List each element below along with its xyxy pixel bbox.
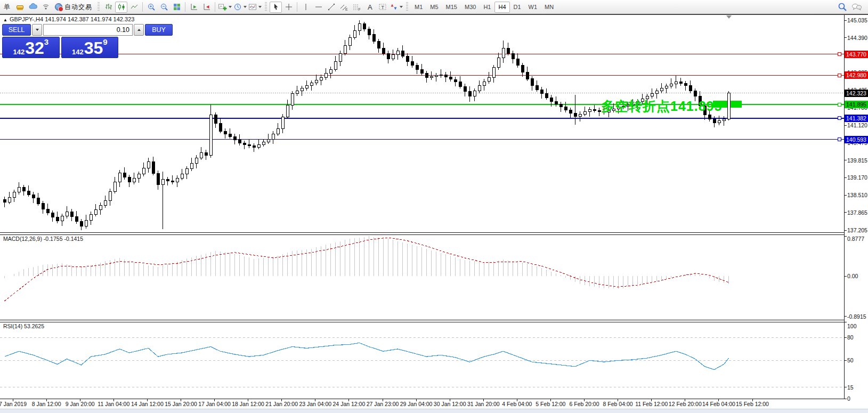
toolbar-separator	[142, 2, 143, 12]
main-toolbar: 单 自动交易	[0, 0, 868, 14]
template-icon	[248, 3, 257, 11]
buy-price-display[interactable]: 142359	[61, 37, 119, 58]
time-axis-label: 6 Feb 20:00	[569, 401, 599, 407]
svg-text:F: F	[359, 7, 361, 11]
auto-scroll-icon	[202, 3, 211, 11]
chart-shift-button[interactable]	[188, 2, 200, 13]
gold-bars-icon	[17, 5, 23, 9]
dropdown-caret-icon	[258, 6, 262, 8]
price-tag-140.593[interactable]: 140.593	[845, 136, 868, 143]
price-tag-141.895[interactable]: 141.895	[845, 101, 868, 108]
volume-increase-button[interactable]	[134, 24, 144, 36]
rsi-indicator-label: RSI(14) 53.2625	[3, 323, 44, 329]
time-axis-label: 31 Jan 20:00	[467, 401, 500, 407]
chart-header-text: GBPJPY-,H4 141.974 142.387 141.974 142.3…	[10, 16, 134, 22]
macd-indicator-label: MACD(12,26,9) -0.1755 -0.1415	[3, 236, 83, 242]
crosshair-tool-button[interactable]	[282, 2, 295, 13]
new-order-label: 单	[4, 3, 11, 12]
tile-windows-button[interactable]	[171, 2, 183, 13]
candlestick-mode-button[interactable]	[115, 2, 127, 13]
sell-button[interactable]: SELL	[2, 24, 31, 36]
text-label-icon: T	[378, 3, 387, 11]
time-axis-label: 21 Jan 20:00	[265, 401, 298, 407]
publisher-button[interactable]	[27, 2, 39, 13]
buy-button[interactable]: BUY	[145, 24, 173, 36]
text-icon: A	[366, 3, 374, 11]
add-indicator-button[interactable]	[217, 2, 232, 13]
auto-trading-button[interactable]: 自动交易	[52, 2, 95, 13]
volume-input[interactable]	[43, 24, 133, 36]
volume-dropdown-button[interactable]	[32, 24, 42, 36]
signal-button[interactable]	[39, 2, 52, 13]
timeframe-m30-button[interactable]: M30	[461, 2, 480, 13]
time-axis-label: 11 Feb 12:00	[635, 401, 668, 407]
svg-text:E: E	[345, 7, 348, 11]
tile-windows-icon	[173, 3, 181, 11]
toolbar-separator	[215, 2, 215, 12]
collapse-arrow-icon[interactable]: ▲	[3, 18, 7, 22]
cursor-tool-button[interactable]	[270, 2, 282, 13]
timeframe-mn-button[interactable]: MN	[541, 2, 557, 13]
zoom-out-button[interactable]	[158, 2, 170, 13]
timeframe-m5-button[interactable]: M5	[426, 2, 442, 13]
periods-button[interactable]	[233, 2, 247, 13]
buy-price-big: 35	[84, 40, 103, 56]
chart-canvas[interactable]	[0, 14, 868, 413]
price-axis-label: 138.510	[847, 192, 867, 198]
timeframe-h1-button[interactable]: H1	[480, 2, 494, 13]
line-chart-mode-button[interactable]	[128, 2, 140, 13]
bar-chart-mode-button[interactable]	[102, 2, 115, 13]
toolbar-grip	[406, 2, 408, 12]
trendline-tool-button[interactable]	[325, 2, 337, 13]
price-axis-label: 137.205	[847, 227, 867, 233]
time-axis-label: 30 Jan 12:00	[434, 401, 466, 407]
search-button[interactable]	[836, 2, 848, 13]
toolbar-separator	[185, 2, 185, 12]
text-tool-button[interactable]: A	[363, 2, 376, 13]
zoom-in-button[interactable]	[145, 2, 157, 13]
cloud-icon	[29, 3, 37, 11]
fibonacci-tool-button[interactable]: F	[351, 2, 363, 13]
timeframe-w1-button[interactable]: W1	[525, 2, 541, 13]
fibonacci-icon: F	[352, 3, 361, 11]
price-tag-143.770[interactable]: 143.770	[845, 51, 868, 58]
rsi-axis-label: 50	[847, 357, 854, 363]
crosshair-icon	[285, 3, 293, 11]
rsi-axis-label: 0	[847, 395, 850, 402]
rsi-axis-label: 100	[847, 323, 857, 329]
timeframe-m1-button[interactable]: M1	[411, 2, 426, 13]
market-watch-button[interactable]	[14, 2, 26, 13]
price-tag-142.980[interactable]: 142.980	[845, 71, 868, 79]
sell-price-display[interactable]: 142323	[2, 37, 60, 58]
time-axis-label: 24 Jan 12:00	[333, 401, 366, 407]
equidistant-channel-tool-button[interactable]: E	[338, 2, 350, 13]
vertical-line-tool-button[interactable]	[299, 2, 312, 13]
time-axis-label: 29 Jan 04:00	[400, 401, 433, 407]
macd-axis-label: -0.8915	[847, 313, 866, 320]
chart-window[interactable]: ▲GBPJPY-,H4 141.974 142.387 141.974 142.…	[0, 14, 868, 413]
pivot-annotation-text[interactable]: 多空转折点141.895	[601, 98, 722, 115]
time-axis-label: 5 Feb 12:00	[536, 401, 565, 407]
price-axis-label: 139.170	[847, 174, 867, 181]
timeframe-m15-button[interactable]: M15	[442, 2, 461, 13]
toolbar-grip	[98, 2, 100, 12]
auto-scroll-button[interactable]	[200, 2, 213, 13]
templates-button[interactable]	[248, 2, 262, 13]
text-label-tool-button[interactable]: T	[376, 2, 388, 13]
buy-price-sup: 9	[103, 38, 107, 46]
toolbar-separator	[297, 2, 297, 12]
time-axis-label: 14 Jan 12:00	[131, 401, 164, 407]
arrows-tool-button[interactable]	[389, 2, 403, 13]
dropdown-caret-icon	[229, 6, 232, 8]
timeframe-h4-button[interactable]: H4	[494, 2, 509, 13]
horizontal-line-tool-button[interactable]	[312, 2, 325, 13]
rsi-axis-label: 80	[847, 334, 854, 341]
price-tag-142.323[interactable]: 142.323	[845, 90, 868, 97]
price-tag-141.382[interactable]: 141.382	[845, 115, 868, 122]
timeframe-d1-button[interactable]: D1	[510, 2, 525, 13]
time-axis-label: 8 Feb 04:00	[603, 401, 633, 407]
new-order-button[interactable]: 单	[1, 2, 13, 13]
trendline-icon	[327, 3, 336, 11]
chat-button[interactable]	[850, 2, 863, 13]
auto-trading-icon	[55, 3, 62, 11]
